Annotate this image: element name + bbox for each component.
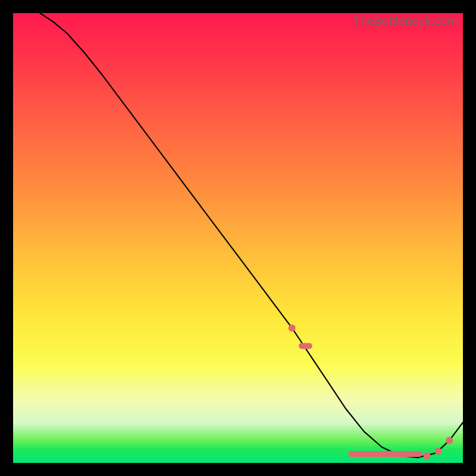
marker-dot: [446, 437, 453, 444]
chart-frame: TheBottleneck.com: [0, 0, 476, 476]
bottleneck-curve: [40, 13, 463, 458]
marker-dash: [299, 343, 312, 349]
chart-plot-area: TheBottleneck.com: [13, 13, 463, 463]
marker-dot: [289, 324, 296, 331]
marker-dot: [424, 452, 431, 459]
marker-dot: [434, 447, 441, 455]
marker-layer: [289, 324, 453, 459]
chart-overlay: [13, 13, 463, 463]
marker-dash: [348, 451, 422, 457]
